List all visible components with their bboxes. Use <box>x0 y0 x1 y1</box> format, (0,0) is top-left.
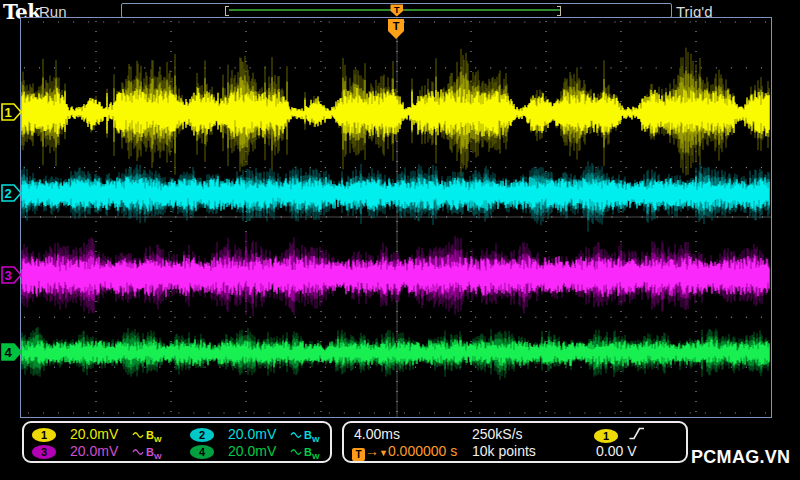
trigger-position-marker[interactable]: T <box>387 18 405 40</box>
coupling-sine-icon <box>132 447 145 457</box>
trigger-position-flag[interactable]: T <box>390 4 404 17</box>
record-view-bar: T <box>121 3 672 18</box>
trigger-level-readout: 0.00 V <box>596 443 636 459</box>
bandwidth-icon: BW <box>304 429 320 441</box>
channel-2-scale: 20.0mV <box>228 426 276 442</box>
channel-3-indicators: BW <box>132 443 162 459</box>
horizontal-scale: 4.00ms <box>354 426 400 442</box>
channel-1-marker-label: 1 <box>4 105 11 120</box>
sample-rate: 250kS/s <box>472 426 523 442</box>
display-window-start-bracket <box>225 6 229 16</box>
graticule <box>20 17 772 418</box>
channel-1-scale: 20.0mV <box>70 426 118 442</box>
coupling-sine-icon <box>132 430 145 440</box>
channel-3-scale: 20.0mV <box>70 443 118 459</box>
horizontal-trigger-box[interactable]: 4.00ms 250kS/s 1 T→▼0.000000 s 10k point… <box>342 421 688 463</box>
bandwidth-icon: BW <box>146 446 162 458</box>
channel-3-marker-label: 3 <box>4 268 11 283</box>
channel-4-scale: 20.0mV <box>228 443 276 459</box>
rising-edge-icon <box>628 426 645 442</box>
channel-4-indicators: BW <box>290 443 320 459</box>
trigger-t-icon: T <box>352 448 365 461</box>
channel-3-position-marker[interactable]: 3 <box>1 266 22 284</box>
trigger-flag-label: T <box>394 5 400 15</box>
channel-2-badge[interactable]: 2 <box>190 426 214 442</box>
channel-2-marker-label: 2 <box>4 186 11 201</box>
channel-4-position-marker[interactable]: 4 <box>1 343 22 361</box>
record-length: 10k points <box>472 443 536 459</box>
coupling-sine-icon <box>290 430 303 440</box>
channel-1-indicators: BW <box>132 426 162 442</box>
trigger-position-value: 0.000000 s <box>388 443 457 459</box>
watermark: PCMAG.VN <box>691 447 790 468</box>
channel-readouts-box[interactable]: 1 20.0mV BW 2 20.0mV BW 3 20.0mV BW 4 20… <box>22 421 332 463</box>
channel-2-position-marker[interactable]: 2 <box>1 184 22 202</box>
trigger-arrow-icon: → <box>365 443 379 459</box>
bandwidth-icon: BW <box>304 446 320 458</box>
channel-4-marker-label: 4 <box>4 345 12 360</box>
oscilloscope-screen: Tek Run T Trig'd T 1 2 3 4 1 20. <box>0 0 800 480</box>
coupling-sine-icon <box>290 447 303 457</box>
trigger-source-badge[interactable]: 1 <box>594 427 618 443</box>
scope-grid-and-traces <box>21 18 771 417</box>
bandwidth-icon: BW <box>146 429 162 441</box>
channel-2-indicators: BW <box>290 426 320 442</box>
channel-1-badge[interactable]: 1 <box>32 426 56 442</box>
channel-4-badge[interactable]: 4 <box>190 443 214 459</box>
trigger-marker-label: T <box>393 20 400 32</box>
display-window-end-bracket <box>557 6 561 16</box>
channel-3-badge[interactable]: 3 <box>32 443 56 459</box>
channel-1-position-marker[interactable]: 1 <box>1 103 22 121</box>
trigger-pointer-icon: ▼ <box>379 448 388 458</box>
trigger-position-readout: T→▼0.000000 s <box>352 443 457 459</box>
